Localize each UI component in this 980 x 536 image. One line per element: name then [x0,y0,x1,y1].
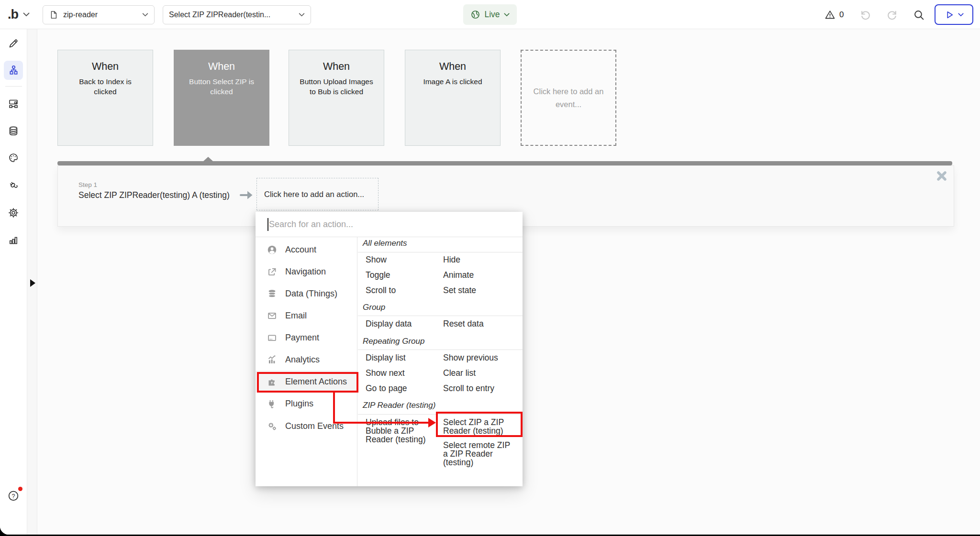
account-icon [267,245,277,255]
add-action-label: Click here to add an action... [264,190,364,199]
event-card[interactable]: When Button Upload Images to Bub is clic… [289,50,384,146]
action-scroll-to-entry[interactable]: Scroll to entry [443,384,494,393]
help-icon: ? [7,490,20,502]
action-upload-files-zip[interactable]: Upload files to Bubble a ZIP Reader (tes… [366,418,433,444]
action-reset-data[interactable]: Reset data [443,319,484,328]
puzzle-lightning-icon [267,377,277,387]
play-icon [945,10,954,20]
category-element-actions[interactable]: Element Actions [256,371,357,393]
workflow-scrollbar[interactable] [57,161,952,165]
action-toggle[interactable]: Toggle [366,271,390,279]
sidebar-item-workflow[interactable] [4,61,23,80]
category-plugins[interactable]: Plugins [256,393,357,415]
navigation-icon [267,267,277,277]
step-number-label: Step 1 [78,181,97,188]
action-animate[interactable]: Animate [443,271,474,279]
event-card-title: When [405,61,500,73]
bubble-logo-menu[interactable]: .b [8,0,30,29]
close-panel-button[interactable] [936,170,947,184]
sidebar-item-reusables[interactable] [4,94,23,113]
action-clear-list[interactable]: Clear list [443,369,476,377]
redo-button[interactable] [886,9,899,21]
category-analytics[interactable]: Analytics [256,349,357,371]
category-data-things[interactable]: Data (Things) [256,283,357,305]
search-icon [913,9,925,21]
notification-dot [18,487,22,491]
event-card-title: When [174,61,269,73]
add-event-placeholder[interactable]: Click here to add an event... [521,50,616,146]
help-button[interactable]: ? [4,486,23,505]
action-set-state[interactable]: Set state [443,286,476,295]
step-arrow-icon [239,189,254,203]
sidebar-divider [5,86,22,87]
close-icon [936,170,947,182]
svg-text:?: ? [12,493,15,500]
add-event-label: Click here to add an event... [528,85,609,110]
environment-selector-live[interactable]: Live [463,4,517,25]
event-card-desc: Button Select ZIP is clicked [184,77,259,97]
warning-triangle-icon [824,9,836,21]
event-card-title: When [289,61,384,73]
page-selector-dropdown[interactable]: Select ZIP ZIPReader(testin... [163,5,311,24]
sidebar-item-design[interactable] [4,34,23,53]
bubble-logo: .b [8,7,18,22]
plug-icon [8,180,19,191]
section-header-all-elements: All elements [363,239,407,248]
database-icon [267,289,277,299]
sidebar-item-data[interactable] [4,121,23,141]
category-navigation[interactable]: Navigation [256,261,357,283]
page-selector-label: Select ZIP ZIPReader(testin... [169,11,294,19]
search-button[interactable] [913,9,925,21]
pencil-icon [8,38,19,49]
action-scroll-to[interactable]: Scroll to [366,286,396,295]
action-display-data[interactable]: Display data [366,319,412,328]
section-header-repeating-group: Repeating Group [363,337,424,346]
page-icon [49,10,58,20]
event-card-desc: Back to Index is clicked [67,77,143,97]
live-label: Live [484,10,500,20]
action-hide[interactable]: Hide [443,255,460,264]
credit-card-icon [267,333,277,343]
event-card-selected[interactable]: When Button Select ZIP is clicked [174,50,269,146]
action-select-zip[interactable]: Select ZIP a ZIP Reader (testing) [443,418,515,435]
gear-icon [8,207,19,219]
undo-button[interactable] [859,9,872,21]
app-selector-dropdown[interactable]: zip-reader [43,5,155,24]
globe-icon [470,10,480,20]
event-card[interactable]: When Image A is clicked [405,50,501,146]
category-payment[interactable]: Payment [256,327,357,349]
add-action-placeholder[interactable]: Click here to add an action... [256,178,379,210]
gears-icon [267,421,277,431]
action-display-list[interactable]: Display list [366,353,406,362]
event-card-desc: Image A is clicked [415,77,490,87]
action-show-next[interactable]: Show next [366,369,405,377]
step-action-title[interactable]: Select ZIP ZIPReader(testing) A (testing… [78,190,230,200]
action-go-to-page[interactable]: Go to page [366,384,407,393]
event-card[interactable]: When Back to Index is clicked [57,50,153,146]
chevron-down-icon [142,13,148,17]
category-custom-events[interactable]: Custom Events [256,415,357,437]
left-nav-sidebar: ? [0,29,27,535]
action-list: All elements Show Hide Toggle Animate Sc… [358,212,523,486]
chevron-down-icon [299,13,305,17]
issues-indicator[interactable]: 0 [824,0,844,29]
category-email[interactable]: Email [256,305,357,327]
sidebar-item-settings[interactable] [4,203,23,222]
preview-button[interactable] [935,4,973,25]
expand-panel-handle[interactable] [30,279,35,287]
event-card-desc: Button Upload Images to Bub is clicked [299,77,374,97]
layout-icon [8,98,19,109]
text-caret [267,218,268,231]
category-account[interactable]: Account [256,239,357,261]
analytics-icon [267,355,277,365]
chevron-down-icon [23,12,30,17]
palette-icon [8,152,19,164]
action-select-remote-zip[interactable]: Select remote ZIP a ZIP Reader (testing) [443,441,515,467]
sidebar-item-logs[interactable] [4,230,23,250]
action-show[interactable]: Show [366,255,387,264]
envelope-icon [267,311,277,321]
action-show-previous[interactable]: Show previous [443,353,498,362]
sidebar-item-plugins[interactable] [4,176,23,195]
sidebar-item-styles[interactable] [4,148,23,167]
section-header-group: Group [363,303,385,312]
